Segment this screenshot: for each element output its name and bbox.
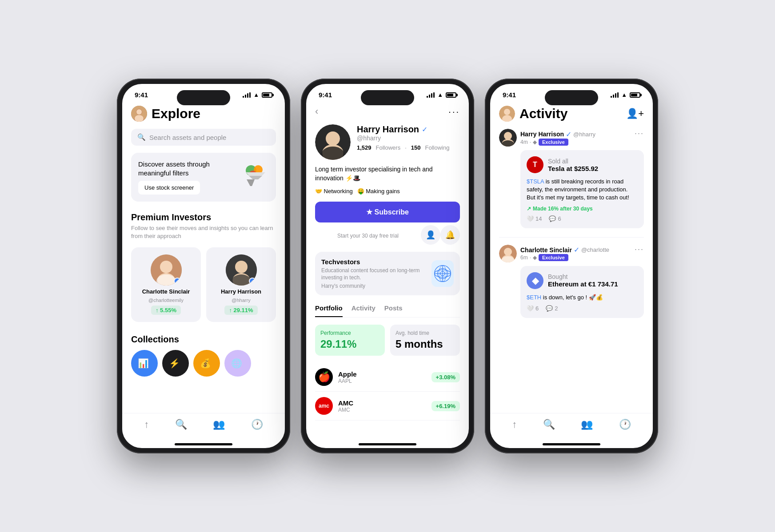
follow-button[interactable]: 👤 bbox=[421, 225, 440, 245]
status-icons-1: ▲ bbox=[243, 91, 272, 98]
svg-point-13 bbox=[235, 261, 248, 273]
followers-count: 1,529 bbox=[357, 144, 372, 151]
dynamic-island-2 bbox=[361, 90, 414, 105]
harry-handle: @hharry bbox=[232, 298, 250, 303]
user-avatar-image bbox=[131, 106, 147, 122]
nav-item-home-3[interactable]: ↑ bbox=[512, 419, 517, 430]
charlotte-likes[interactable]: 🤍 6 bbox=[527, 305, 539, 312]
tab-activity[interactable]: Activity bbox=[352, 304, 376, 317]
collection-item-4[interactable]: 🌐 bbox=[224, 350, 251, 377]
home-indicator-2 bbox=[306, 437, 469, 448]
activity-avatar-harry[interactable] bbox=[499, 129, 517, 147]
profile-details: Harry Harrison ✓ @hharry 1,529 Followers… bbox=[357, 124, 449, 151]
nav-item-search[interactable]: 🔍 bbox=[175, 419, 187, 430]
stock-row-apple[interactable]: 🍎 Apple AAPL +3.08% bbox=[315, 363, 460, 392]
charlotte-name-row: Charlotte Sinclair ✓ @charlotte bbox=[520, 246, 609, 254]
explore-title: Explore bbox=[152, 106, 200, 121]
collection-item-3[interactable]: 💰 bbox=[193, 350, 220, 377]
harry-reactions: 🤍 14 💬 6 bbox=[527, 215, 638, 222]
amc-return: +6.19% bbox=[431, 401, 460, 411]
stat-separator: · bbox=[405, 144, 407, 151]
nav-item-home[interactable]: ↑ bbox=[144, 419, 149, 430]
charlotte-exclusive-badge: Exclusive bbox=[539, 254, 568, 261]
comment-icon-2: 💬 bbox=[546, 305, 553, 312]
nav-item-search-3[interactable]: 🔍 bbox=[543, 419, 555, 430]
community-info: Techvestors Educational content focused … bbox=[321, 258, 431, 289]
harry-time: 4m bbox=[520, 139, 528, 145]
activity-user-left-harry: Harry Harrison ✓ @hharry 4m · ◆ Exclusiv… bbox=[499, 129, 595, 147]
notify-button[interactable]: 🔔 bbox=[440, 225, 460, 245]
tag-gains: 🤑 Making gains bbox=[357, 188, 400, 195]
harry-name-row: Harry Harrison ✓ @hharry bbox=[520, 130, 595, 139]
stock-row-amc[interactable]: amc AMC AMC +6.19% bbox=[315, 392, 460, 421]
nav-item-social[interactable]: 👥 bbox=[213, 419, 225, 430]
screener-card-left: Discover assets through meaningful filte… bbox=[138, 160, 242, 195]
search-placeholder: Search assets and people bbox=[149, 134, 226, 141]
investor-card-harry[interactable]: ✓ Harry Harrison @hharry ↑ 29.11% bbox=[206, 247, 276, 322]
activity-charlotte-handle: @charlotte bbox=[581, 246, 609, 253]
home-indicator-1 bbox=[122, 437, 285, 448]
investor-card-charlotte[interactable]: ✓ Charlotte Sinclair @charlotteemily ↑ 5… bbox=[131, 247, 201, 322]
premium-subtitle: Follow to see their moves and insights s… bbox=[131, 224, 276, 240]
explore-header: Explore bbox=[131, 106, 276, 122]
user-avatar-explore[interactable] bbox=[131, 106, 147, 122]
nav-item-social-3[interactable]: 👥 bbox=[581, 419, 593, 430]
profile-bio: Long term investor specialising in tech … bbox=[315, 165, 460, 183]
profile-name: Harry Harrison bbox=[357, 124, 419, 135]
charlotte-handle: @charlotteemily bbox=[148, 298, 184, 303]
search-bar[interactable]: 🔍 Search assets and people bbox=[131, 129, 276, 146]
collection-item-1[interactable]: 📊 bbox=[131, 350, 158, 377]
svg-point-9 bbox=[160, 261, 172, 273]
activity-avatar-charlotte[interactable] bbox=[499, 245, 517, 262]
amc-logo: amc bbox=[315, 397, 333, 415]
subscribe-button[interactable]: ★ Subscribe bbox=[315, 202, 460, 222]
back-button[interactable]: ‹ bbox=[315, 106, 318, 117]
tab-posts[interactable]: Posts bbox=[384, 304, 403, 317]
battery-icon-1 bbox=[262, 92, 272, 98]
signal-icon-3 bbox=[611, 92, 619, 98]
svg-text:📊: 📊 bbox=[138, 358, 149, 369]
charlotte-trade-action: Bought bbox=[548, 273, 618, 280]
charlotte-comments[interactable]: 💬 2 bbox=[546, 305, 558, 312]
add-friend-button[interactable]: 👤+ bbox=[626, 108, 644, 119]
amc-ticker: AMC bbox=[338, 407, 353, 413]
collection-item-2[interactable]: ⚡ bbox=[162, 350, 189, 377]
nav-item-activity[interactable]: 🕐 bbox=[251, 419, 263, 430]
nav-social-icon: 👥 bbox=[213, 419, 225, 430]
harry-likes[interactable]: 🤍 14 bbox=[527, 215, 542, 222]
nav-search-icon-3: 🔍 bbox=[543, 419, 555, 430]
harry-dot: · bbox=[530, 139, 531, 145]
activity-user-info-harry: Harry Harrison ✓ @hharry 4m · ◆ Exclusiv… bbox=[520, 130, 595, 146]
harry-trade-info: Sold all Tesla at $255.92 bbox=[548, 158, 598, 172]
more-button[interactable]: ··· bbox=[448, 107, 460, 117]
activity-post-charlotte: Charlotte Sinclair ✓ @charlotte 6m · ◆ E… bbox=[499, 245, 644, 318]
activity-user-row-charlotte: Charlotte Sinclair ✓ @charlotte 6m · ◆ E… bbox=[499, 245, 644, 262]
eth-link[interactable]: $ETH bbox=[527, 294, 541, 301]
charlotte-more-button[interactable]: ··· bbox=[635, 245, 644, 254]
tsla-link[interactable]: $TSLA bbox=[527, 178, 544, 185]
svg-text:🌐: 🌐 bbox=[231, 358, 242, 369]
activity-harry-handle: @hharry bbox=[573, 131, 595, 138]
activity-header: Activity 👤+ bbox=[499, 106, 644, 122]
activity-title: Activity bbox=[519, 106, 567, 121]
investor-avatar-harry: ✓ bbox=[226, 254, 257, 286]
status-time-3: 9:41 bbox=[503, 91, 516, 99]
harry-more-button[interactable]: ··· bbox=[635, 129, 644, 138]
charlotte-dot: · bbox=[530, 254, 531, 261]
use-stock-screener-button[interactable]: Use stock screener bbox=[138, 181, 200, 195]
profile-handle: @hharry bbox=[357, 135, 449, 142]
charlotte-check: ✓ bbox=[574, 246, 579, 254]
user-avatar-activity[interactable] bbox=[499, 106, 515, 122]
profile-stats: 1,529 Followers · 150 Following bbox=[357, 144, 449, 151]
status-icons-3: ▲ bbox=[611, 91, 640, 98]
screener-title: Discover assets through meaningful filte… bbox=[138, 160, 242, 177]
nav-item-activity-3[interactable]: 🕐 bbox=[619, 419, 631, 430]
tab-portfolio[interactable]: Portfolio bbox=[315, 304, 343, 317]
community-name: Techvestors bbox=[321, 258, 431, 266]
subscribe-section: ★ Subscribe Start your 30 day free trial… bbox=[315, 202, 460, 245]
amc-name: AMC bbox=[338, 399, 353, 407]
premium-section: Premium Investors Follow to see their mo… bbox=[131, 212, 276, 322]
nav-activity-icon: 🕐 bbox=[251, 419, 263, 430]
community-card[interactable]: Techvestors Educational content focused … bbox=[315, 252, 460, 295]
harry-comments[interactable]: 💬 6 bbox=[549, 215, 561, 222]
